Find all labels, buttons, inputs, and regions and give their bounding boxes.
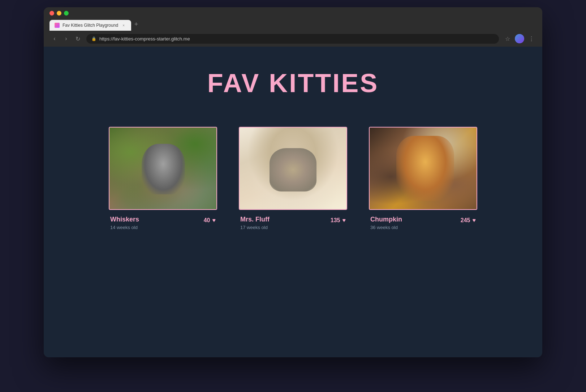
- kitty-details-2: Mrs. Fluff 17 weeks old: [240, 216, 270, 230]
- forward-button[interactable]: ›: [61, 34, 71, 44]
- kitty-card-1: Whiskers 14 weeks old 40 ♥: [109, 127, 217, 230]
- traffic-lights: [49, 11, 69, 16]
- tab-bar: Fav Kitties Glitch Playground × +: [44, 19, 542, 31]
- traffic-light-close[interactable]: [49, 11, 54, 16]
- likes-count-2: 135: [331, 217, 340, 224]
- kitty-likes-1[interactable]: 40 ♥: [204, 216, 216, 224]
- tab-title-text: Fav Kitties Glitch Playground: [63, 23, 118, 28]
- kitty-image-1: [109, 128, 216, 209]
- kitty-card-2: Mrs. Fluff 17 weeks old 135 ♥: [239, 127, 347, 230]
- kitty-age-1: 14 weeks old: [110, 225, 139, 230]
- address-text: https://fav-kitties-compress-starter.gli…: [99, 36, 190, 42]
- heart-icon-2: ♥: [342, 217, 346, 224]
- kitty-details-1: Whiskers 14 weeks old: [110, 216, 139, 230]
- browser-controls-row: [44, 7, 542, 19]
- kitty-name-1: Whiskers: [110, 216, 139, 223]
- active-tab[interactable]: Fav Kitties Glitch Playground ×: [49, 20, 131, 31]
- kitty-card-3: Chumpkin 36 weeks old 245 ♥: [369, 127, 477, 230]
- browser-window: Fav Kitties Glitch Playground × + ‹ › ↻ …: [44, 7, 542, 357]
- kitty-info-1: Whiskers 14 weeks old 40 ♥: [109, 216, 217, 230]
- heart-icon-3: ♥: [473, 217, 476, 224]
- kitty-info-2: Mrs. Fluff 17 weeks old 135 ♥: [239, 216, 347, 230]
- address-bar[interactable]: 🔒 https://fav-kitties-compress-starter.g…: [86, 34, 499, 44]
- kitty-likes-3[interactable]: 245 ♥: [461, 216, 476, 224]
- kitty-details-3: Chumpkin 36 weeks old: [370, 216, 402, 230]
- browser-titlebar: Fav Kitties Glitch Playground × + ‹ › ↻ …: [44, 7, 542, 47]
- page-title: FAV KITTIES: [207, 68, 379, 98]
- kitty-image-wrapper-1[interactable]: [109, 127, 217, 210]
- kitty-likes-2[interactable]: 135 ♥: [331, 216, 346, 224]
- kitty-age-2: 17 weeks old: [240, 225, 270, 230]
- traffic-light-minimize[interactable]: [57, 11, 61, 16]
- tab-favicon: [55, 23, 60, 28]
- kitty-age-3: 36 weeks old: [370, 225, 402, 230]
- kitty-name-3: Chumpkin: [370, 216, 402, 223]
- page-content: FAV KITTIES Whiskers 14 weeks old 40 ♥: [44, 47, 542, 357]
- bookmark-button[interactable]: ☆: [503, 34, 513, 44]
- kitty-image-wrapper-2[interactable]: [239, 127, 347, 210]
- new-tab-button[interactable]: +: [131, 19, 141, 29]
- back-button[interactable]: ‹: [49, 34, 60, 44]
- menu-button[interactable]: ⋮: [526, 34, 537, 44]
- lock-icon: 🔒: [91, 36, 96, 41]
- heart-icon-1: ♥: [212, 217, 216, 224]
- kitty-info-3: Chumpkin 36 weeks old 245 ♥: [369, 216, 477, 230]
- refresh-button[interactable]: ↻: [73, 34, 83, 44]
- kitty-image-3: [370, 128, 477, 209]
- nav-buttons: ‹ › ↻: [49, 34, 83, 44]
- profile-avatar[interactable]: [515, 34, 524, 43]
- tab-close-button[interactable]: ×: [121, 23, 126, 28]
- kitty-image-wrapper-3[interactable]: [369, 127, 477, 210]
- kitties-grid: Whiskers 14 weeks old 40 ♥ Mrs. Fluff: [109, 127, 477, 230]
- traffic-light-fullscreen[interactable]: [64, 11, 69, 16]
- kitty-image-2: [240, 128, 346, 209]
- address-bar-row: ‹ › ↻ 🔒 https://fav-kitties-compress-sta…: [44, 31, 542, 47]
- likes-count-1: 40: [204, 217, 210, 224]
- browser-actions: ☆ ⋮: [503, 34, 537, 44]
- kitty-name-2: Mrs. Fluff: [240, 216, 270, 223]
- likes-count-3: 245: [461, 217, 470, 224]
